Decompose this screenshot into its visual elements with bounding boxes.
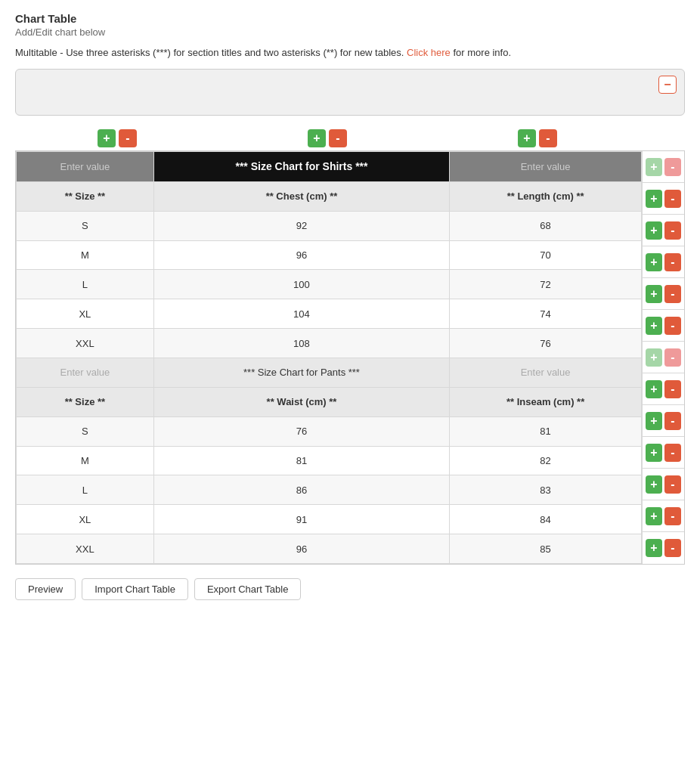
row-ctrl-cell: + - <box>643 469 684 500</box>
textarea-remove-button[interactable]: − <box>658 76 677 94</box>
col1-add-button[interactable]: + <box>98 129 116 147</box>
import-button[interactable]: Import Chart Table <box>82 578 188 600</box>
cell[interactable]: Enter value <box>17 358 154 387</box>
row-add-button[interactable]: + <box>646 539 662 557</box>
col1-controls: + - <box>15 129 219 147</box>
cell[interactable]: L <box>17 270 154 299</box>
cell[interactable]: 104 <box>153 299 449 329</box>
row-add-button[interactable]: + <box>646 444 662 462</box>
table-header-row: Enter value *** Size Chart for Shirts **… <box>17 152 642 182</box>
row-remove-button[interactable]: - <box>664 190 681 208</box>
row-add-button[interactable]: + <box>646 190 662 208</box>
cell[interactable]: M <box>17 446 154 475</box>
row-remove-button[interactable]: - <box>664 539 681 557</box>
row-ctrl-cell: + - <box>643 151 684 183</box>
row-add-button[interactable]: + <box>646 412 662 430</box>
row-add-button[interactable]: + <box>646 285 662 303</box>
col2-add-button[interactable]: + <box>308 129 326 147</box>
export-button[interactable]: Export Chart Table <box>194 578 301 600</box>
cell[interactable]: ** Waist (cm) ** <box>153 387 449 416</box>
cell[interactable]: 70 <box>450 240 642 270</box>
row-remove-button[interactable]: - <box>664 412 681 430</box>
row-controls-column: + - + - + - + - + - + - + - <box>642 151 684 564</box>
cell[interactable]: 76 <box>153 416 449 446</box>
row-ctrl-cell: + - <box>643 532 684 564</box>
col2-controls: + - <box>219 129 435 147</box>
cell[interactable]: ** Inseam (cm) ** <box>450 387 642 416</box>
cell[interactable]: ** Length (cm) ** <box>450 181 642 211</box>
row-ctrl-cell: + - <box>643 500 684 532</box>
cell[interactable]: S <box>17 416 154 446</box>
cell[interactable]: 68 <box>450 211 642 240</box>
cell[interactable]: 91 <box>153 505 449 534</box>
row-ctrl-cell: + - <box>643 373 684 405</box>
row-remove-button[interactable]: - <box>664 221 681 240</box>
row-add-button[interactable]: + <box>646 507 662 525</box>
cell[interactable]: 86 <box>153 475 449 505</box>
cell[interactable]: 81 <box>153 446 449 475</box>
table-row: XXL 96 85 <box>17 534 642 564</box>
row-ctrl-cell: + - <box>643 246 684 278</box>
row-remove-button[interactable]: - <box>664 158 681 176</box>
cell[interactable]: S <box>17 211 154 240</box>
cell[interactable]: 76 <box>450 329 642 358</box>
cell[interactable]: 85 <box>450 534 642 564</box>
row-remove-button[interactable]: - <box>664 253 681 271</box>
cell[interactable]: 72 <box>450 270 642 299</box>
row-remove-button[interactable]: - <box>664 317 681 335</box>
row-add-button[interactable]: + <box>646 380 662 398</box>
table-row: XL 91 84 <box>17 505 642 534</box>
row-ctrl-cell: + - <box>643 183 684 215</box>
row-remove-button[interactable]: - <box>664 507 681 525</box>
row-add-button[interactable]: + <box>646 348 662 367</box>
row-add-button[interactable]: + <box>646 221 662 240</box>
cell[interactable]: L <box>17 475 154 505</box>
row-remove-button[interactable]: - <box>664 285 681 303</box>
chart-inner-table: Enter value *** Size Chart for Shirts **… <box>16 151 642 564</box>
row-add-button[interactable]: + <box>646 253 662 271</box>
cell[interactable]: 84 <box>450 505 642 534</box>
click-here-link[interactable]: Click here <box>407 47 451 58</box>
cell[interactable]: 96 <box>153 534 449 564</box>
cell[interactable]: ** Chest (cm) ** <box>153 181 449 211</box>
col3-add-button[interactable]: + <box>518 129 536 147</box>
cell[interactable]: ** Size ** <box>17 387 154 416</box>
col1-remove-button[interactable]: - <box>119 129 137 147</box>
row-remove-button[interactable]: - <box>664 475 681 494</box>
cell[interactable]: 74 <box>450 299 642 329</box>
cell[interactable]: 82 <box>450 446 642 475</box>
col3-remove-button[interactable]: - <box>539 129 557 147</box>
header-col2[interactable]: *** Size Chart for Shirts *** <box>153 152 449 182</box>
row-remove-button[interactable]: - <box>664 444 681 462</box>
header-col1[interactable]: Enter value <box>17 152 154 182</box>
cell[interactable]: 100 <box>153 270 449 299</box>
row-ctrl-cell: + - <box>643 310 684 342</box>
cell[interactable]: XL <box>17 299 154 329</box>
footer-buttons: Preview Import Chart Table Export Chart … <box>15 578 685 600</box>
preview-button[interactable]: Preview <box>15 578 76 600</box>
cell[interactable]: M <box>17 240 154 270</box>
cell[interactable]: XXL <box>17 534 154 564</box>
cell[interactable]: *** Size Chart for Pants *** <box>153 358 449 387</box>
row-add-button[interactable]: + <box>646 317 662 335</box>
cell[interactable]: XXL <box>17 329 154 358</box>
row-add-button[interactable]: + <box>646 475 662 494</box>
cell[interactable]: XL <box>17 505 154 534</box>
cell[interactable]: 81 <box>450 416 642 446</box>
cell[interactable]: 108 <box>153 329 449 358</box>
chart-textarea[interactable] <box>23 76 652 109</box>
row-add-button[interactable]: + <box>646 158 662 176</box>
cell[interactable]: 83 <box>450 475 642 505</box>
col2-remove-button[interactable]: - <box>329 129 347 147</box>
row-ctrl-cell: + - <box>643 342 684 373</box>
cell[interactable]: 96 <box>153 240 449 270</box>
cell[interactable]: ** Size ** <box>17 181 154 211</box>
row-remove-button[interactable]: - <box>664 348 681 367</box>
cell[interactable]: 92 <box>153 211 449 240</box>
table-row: S 76 81 <box>17 416 642 446</box>
cell[interactable]: Enter value <box>450 358 642 387</box>
row-remove-button[interactable]: - <box>664 380 681 398</box>
table-row: M 81 82 <box>17 446 642 475</box>
table-row: L 100 72 <box>17 270 642 299</box>
header-col3[interactable]: Enter value <box>450 152 642 182</box>
